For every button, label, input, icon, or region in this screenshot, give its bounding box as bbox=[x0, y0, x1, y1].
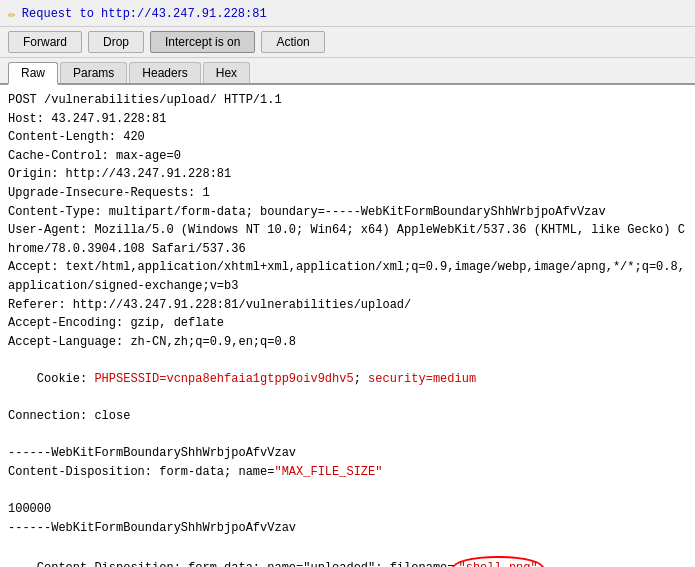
tab-headers[interactable]: Headers bbox=[129, 62, 200, 83]
intercept-button[interactable]: Intercept is on bbox=[150, 31, 255, 53]
line-cd2: Content-Disposition: form-data; name="up… bbox=[8, 537, 687, 567]
line-cd1: Content-Disposition: form-data; name="MA… bbox=[8, 463, 687, 482]
cd1-name-val: "MAX_FILE_SIZE" bbox=[274, 465, 382, 479]
line-accept: Accept: text/html,application/xhtml+xml,… bbox=[8, 258, 687, 295]
line-accept-encoding: Accept-Encoding: gzip, deflate bbox=[8, 314, 687, 333]
line-100000: 100000 bbox=[8, 500, 687, 519]
line-boundary2: ------WebKitFormBoundaryShhWrbjpoAfvVzav bbox=[8, 519, 687, 538]
cookie-sep: ; bbox=[354, 372, 368, 386]
cd2-prefix: Content-Disposition: form-data; name="up… bbox=[37, 561, 455, 567]
shell-filename: "shell.png" bbox=[452, 556, 543, 567]
tab-params[interactable]: Params bbox=[60, 62, 127, 83]
request-url: Request to http://43.247.91.228:81 bbox=[22, 7, 267, 21]
line-blank2 bbox=[8, 481, 687, 500]
toolbar: Forward Drop Intercept is on Action bbox=[0, 27, 695, 58]
action-button[interactable]: Action bbox=[261, 31, 324, 53]
line-content-type: Content-Type: multipart/form-data; bound… bbox=[8, 203, 687, 222]
line-request: POST /vulnerabilities/upload/ HTTP/1.1 bbox=[8, 91, 687, 110]
cookie-security: security=medium bbox=[368, 372, 476, 386]
line-cookie: Cookie: PHPSESSID=vcnpa8ehfaia1gtpp9oiv9… bbox=[8, 351, 687, 407]
tab-hex[interactable]: Hex bbox=[203, 62, 250, 83]
line-boundary1: ------WebKitFormBoundaryShhWrbjpoAfvVzav bbox=[8, 444, 687, 463]
drop-button[interactable]: Drop bbox=[88, 31, 144, 53]
line-host: Host: 43.247.91.228:81 bbox=[8, 110, 687, 129]
cookie-sessid: PHPSESSID=vcnpa8ehfaia1gtpp9oiv9dhv5 bbox=[94, 372, 353, 386]
line-referer: Referer: http://43.247.91.228:81/vulnera… bbox=[8, 296, 687, 315]
line-accept-language: Accept-Language: zh-CN,zh;q=0.9,en;q=0.8 bbox=[8, 333, 687, 352]
shell-png-value: "shell.png" bbox=[458, 561, 537, 567]
cd1-text: Content-Disposition: form-data; name= bbox=[8, 465, 274, 479]
line-content-length: Content-Length: 420 bbox=[8, 128, 687, 147]
line-origin: Origin: http://43.247.91.228:81 bbox=[8, 165, 687, 184]
content-area: POST /vulnerabilities/upload/ HTTP/1.1 H… bbox=[0, 85, 695, 567]
forward-button[interactable]: Forward bbox=[8, 31, 82, 53]
line-user-agent: User-Agent: Mozilla/5.0 (Windows NT 10.0… bbox=[8, 221, 687, 258]
cookie-label: Cookie: bbox=[37, 372, 95, 386]
line-blank1 bbox=[8, 426, 687, 445]
tab-raw[interactable]: Raw bbox=[8, 62, 58, 85]
tabs: Raw Params Headers Hex bbox=[0, 58, 695, 85]
line-connection: Connection: close bbox=[8, 407, 687, 426]
top-bar: ✏ Request to http://43.247.91.228:81 bbox=[0, 0, 695, 27]
edit-icon: ✏ bbox=[8, 6, 16, 22]
line-cache: Cache-Control: max-age=0 bbox=[8, 147, 687, 166]
line-upgrade: Upgrade-Insecure-Requests: 1 bbox=[8, 184, 687, 203]
